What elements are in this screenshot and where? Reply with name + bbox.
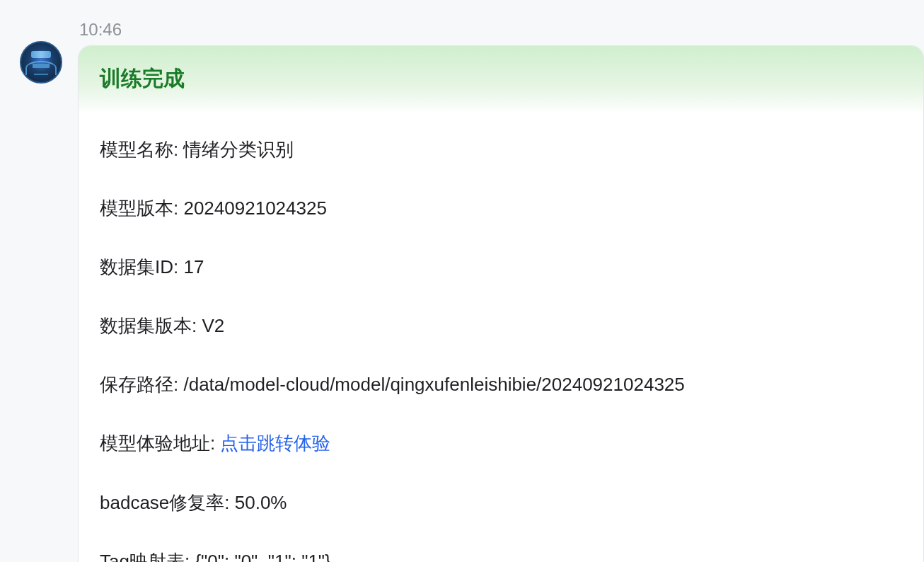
experience-url-link[interactable]: 点击跳转体验 — [220, 432, 330, 454]
save-path-value: /data/model-cloud/model/qingxufenleishib… — [183, 374, 684, 395]
model-name-value: 情绪分类识别 — [183, 139, 294, 160]
save-path-row: 保存路径: /data/model-cloud/model/qingxufenl… — [100, 372, 902, 397]
badcase-rate-value: 50.0% — [235, 492, 287, 513]
badcase-rate-row: badcase修复率: 50.0% — [100, 491, 902, 515]
model-version-value: 20240921024325 — [183, 197, 326, 219]
model-name-label: 模型名称 — [100, 139, 173, 160]
model-version-row: 模型版本: 20240921024325 — [100, 196, 902, 221]
tag-map-label: Tag映射表 — [100, 551, 185, 562]
card-title: 训练完成 — [100, 64, 902, 93]
experience-url-label: 模型体验地址 — [100, 432, 210, 454]
dataset-id-label: 数据集ID — [100, 256, 173, 277]
dataset-version-value: V2 — [202, 315, 224, 336]
card-header: 训练完成 — [79, 46, 923, 112]
model-version-label: 模型版本 — [100, 197, 173, 219]
avatar — [20, 41, 62, 84]
card-body: 模型名称: 情绪分类识别 模型版本: 20240921024325 数据集ID:… — [79, 112, 923, 562]
model-name-row: 模型名称: 情绪分类识别 — [100, 137, 902, 162]
message-column: 10:46 训练完成 模型名称: 情绪分类识别 模型版本: 2024092102… — [78, 20, 924, 562]
dataset-id-value: 17 — [183, 256, 204, 277]
badcase-rate-label: badcase修复率 — [100, 492, 224, 513]
save-path-label: 保存路径 — [100, 374, 173, 395]
timestamp: 10:46 — [79, 20, 924, 40]
dataset-id-row: 数据集ID: 17 — [100, 255, 902, 280]
dataset-version-row: 数据集版本: V2 — [100, 314, 902, 338]
experience-url-row: 模型体验地址: 点击跳转体验 — [100, 431, 902, 456]
tag-map-row: Tag映射表: {"0": "0", "1": "1"} — [100, 549, 902, 562]
dataset-version-label: 数据集版本 — [100, 315, 192, 336]
notification-card: 训练完成 模型名称: 情绪分类识别 模型版本: 20240921024325 数… — [78, 45, 924, 562]
message-container: 10:46 训练完成 模型名称: 情绪分类识别 模型版本: 2024092102… — [0, 0, 924, 562]
tag-map-value: {"0": "0", "1": "1"} — [195, 551, 330, 562]
